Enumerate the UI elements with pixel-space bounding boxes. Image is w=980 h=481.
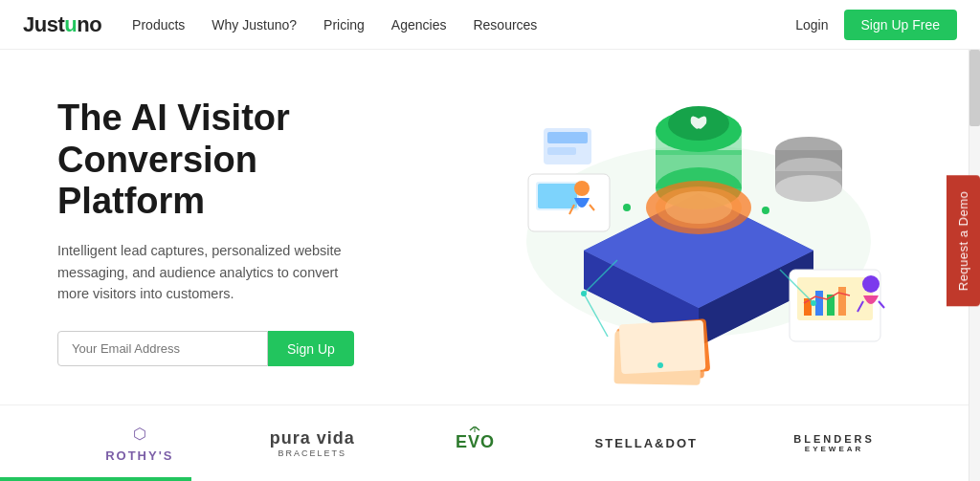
logo[interactable]: Justuno	[23, 12, 101, 37]
logo-puravida: pura vida bracelets	[270, 428, 355, 458]
svg-point-35	[862, 275, 880, 293]
signup-free-button[interactable]: Sign Up Free	[844, 10, 957, 40]
shield-icon: ⬡	[133, 425, 146, 443]
logos-bar: ⬡ ROTHY'S pura vida bracelets evo STELLA…	[0, 404, 980, 481]
svg-point-18	[665, 191, 732, 224]
svg-rect-45	[547, 147, 576, 155]
nav-link-products[interactable]: Products	[132, 17, 185, 33]
form-signup-button[interactable]: Sign Up	[268, 331, 354, 366]
svg-point-48	[657, 362, 663, 368]
scrollbar-thumb[interactable]	[969, 50, 980, 126]
svg-point-15	[775, 175, 842, 202]
hero-subtitle: Intelligent lead captures, personalized …	[57, 240, 373, 304]
svg-point-46	[623, 204, 631, 211]
logo-blenders: BLENDERS EYEWEAR	[793, 433, 875, 453]
nav-link-pricing[interactable]: Pricing	[323, 17, 365, 33]
nav-link-resources[interactable]: Resources	[473, 17, 537, 33]
email-input[interactable]	[57, 331, 268, 366]
rothys-label: ROTHY'S	[105, 448, 173, 463]
svg-point-40	[581, 291, 587, 296]
evo-label: evo	[451, 426, 499, 460]
email-form: Sign Up	[57, 331, 402, 366]
svg-rect-21	[538, 184, 577, 208]
main-content: The AI Visitor Conversion Platform Intel…	[0, 50, 980, 481]
green-bottom-bar	[0, 477, 191, 481]
logo-text: Justuno	[23, 12, 101, 37]
illustration-graphic	[469, 40, 947, 442]
puravida-sub-label: bracelets	[278, 448, 347, 458]
nav-link-why[interactable]: Why Justuno?	[212, 17, 297, 33]
request-demo-button[interactable]: Request a Demo	[947, 175, 980, 306]
nav-links: Products Why Justuno? Pricing Agencies R…	[132, 17, 795, 33]
logo-evo: evo	[451, 426, 499, 460]
logo-rothys: ⬡ ROTHY'S	[105, 425, 173, 463]
logo-stella: STELLA&DOT	[595, 436, 698, 450]
svg-text:evo: evo	[456, 432, 495, 451]
svg-rect-32	[815, 291, 823, 316]
navbar: Justuno Products Why Justuno? Pricing Ag…	[0, 0, 980, 50]
svg-point-47	[762, 207, 769, 214]
svg-point-42	[811, 300, 816, 306]
blenders-label: BLENDERS	[793, 433, 875, 445]
nav-link-agencies[interactable]: Agencies	[391, 17, 447, 33]
nav-right: Login Sign Up Free	[795, 10, 957, 40]
blenders-sub-label: EYEWEAR	[805, 445, 863, 453]
svg-rect-34	[838, 287, 846, 316]
svg-point-22	[574, 181, 590, 196]
svg-rect-44	[547, 132, 588, 143]
hero-title: The AI Visitor Conversion Platform	[57, 98, 402, 223]
login-button[interactable]: Login	[795, 17, 828, 33]
puravida-label: pura vida	[270, 428, 355, 448]
stella-label: STELLA&DOT	[595, 436, 698, 450]
